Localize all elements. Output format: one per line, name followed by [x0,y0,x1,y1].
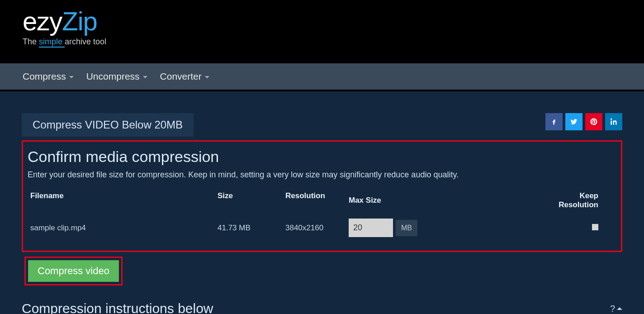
social-buttons [545,113,622,130]
nav-uncompress-label: Uncompress [86,71,140,82]
facebook-button[interactable] [545,113,563,130]
compress-video-button[interactable]: Compress video [28,260,119,282]
tab-row: Compress VIDEO Below 20MB [22,113,622,137]
keep-resolution-checkbox[interactable] [592,224,598,230]
cell-filename: sample clip.mp4 [28,224,218,233]
tab-compress-video[interactable]: Compress VIDEO Below 20MB [22,113,194,137]
highlighted-compression-panel: Confirm media compression Enter your des… [22,140,622,252]
cell-resolution: 3840x2160 [285,224,349,233]
file-table-header: Filename Size Resolution Max Size Keep R… [28,191,616,213]
nav-compress-label: Compress [23,71,66,82]
header: ezyZip The simple archive tool [0,0,644,62]
linkedin-button[interactable] [605,113,622,130]
instructions-row: Compression instructions below ? [22,301,622,314]
nav-compress[interactable]: Compress [23,71,74,82]
logo-container[interactable]: ezyZip The simple archive tool [23,8,621,47]
nav-uncompress[interactable]: Uncompress [86,71,147,82]
cell-keepres [543,224,616,233]
linkedin-icon [610,118,618,126]
file-table: Filename Size Resolution Max Size Keep R… [28,191,616,243]
pinterest-icon [590,118,598,126]
file-row: sample clip.mp4 41.73 MB 3840x2160 MB [28,213,616,243]
facebook-icon [550,118,558,126]
cell-size: 41.73 MB [218,224,285,233]
tagline: The simple archive tool [23,37,621,47]
instructions-title: Compression instructions below [22,301,213,314]
section-title: Confirm media compression [28,148,616,166]
caret-down-icon [143,76,147,78]
logo-text-ezy: ezy [23,6,62,36]
maxsize-input[interactable] [349,219,393,237]
caret-down-icon [205,76,209,78]
logo-text-zip: Zip [62,6,97,36]
nav-bar: Compress Uncompress Converter [0,62,644,91]
cell-maxsize: MB [349,219,543,237]
help-toggle[interactable]: ? [610,304,622,314]
header-resolution: Resolution [285,191,349,209]
caret-down-icon [69,76,74,78]
tagline-simple: simple [39,37,65,48]
header-keepres: Keep Resolution [543,191,616,209]
highlighted-button-box: Compress video [24,257,123,285]
logo: ezyZip [23,8,621,34]
help-icon: ? [610,304,615,314]
twitter-button[interactable] [565,113,582,130]
maxsize-unit-label: MB [396,220,417,236]
section-description: Enter your desired file size for compres… [28,170,616,180]
header-maxsize: Max Size [349,191,543,209]
tagline-pre: The [23,37,39,46]
twitter-icon [570,118,578,126]
pinterest-button[interactable] [585,113,602,130]
main-content: Compress VIDEO Below 20MB Confirm media … [0,91,644,314]
nav-converter[interactable]: Converter [160,71,209,82]
header-size: Size [218,191,285,209]
caret-up-icon [617,307,622,310]
tagline-post: archive tool [65,37,106,46]
nav-converter-label: Converter [160,71,202,82]
header-filename: Filename [28,191,218,209]
